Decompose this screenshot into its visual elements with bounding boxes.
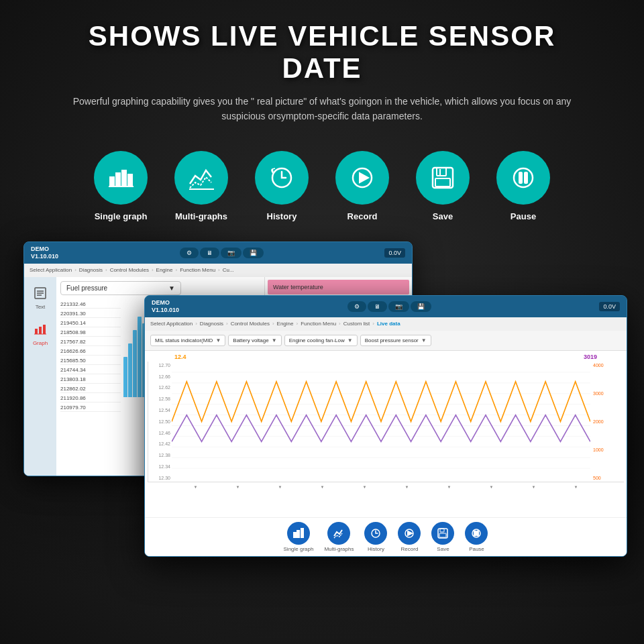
pause-icon-circle[interactable] [496,151,550,205]
front-screen-logo: DEMO V1.10.010 [152,299,179,314]
svg-rect-38 [294,533,296,537]
svg-rect-2 [122,170,126,186]
back-nav-tab-info[interactable]: 🖥 [200,248,219,258]
sidebar-graph-item[interactable]: Graph [31,320,50,346]
bottom-bar-chart-icon [292,527,305,539]
sidebar-text-item[interactable]: Text [31,284,50,310]
svg-point-13 [514,168,533,187]
back-screen-logo: DEMO V1.10.010 [31,246,58,260]
bottom-btn-single-graph: Single graph [284,522,314,552]
panel-highlight: Water temperature [268,280,409,294]
breadcrumb-item-6: Cu... [223,267,234,273]
save-icon [429,164,457,192]
bottom-btn-save-label: Save [437,546,449,552]
sensor-dropdown-4[interactable]: Boost pressure sensor ▼ [360,335,431,346]
features-row: Single graph Multi-graphs [54,138,590,235]
front-screen-topbar: DEMO V1.10.010 ⚙ 🖥 📷 💾 0.0V [145,296,627,317]
chart-y-labels-right: 4000 3000 2000 1000 500 [592,362,624,482]
bottom-save-icon [437,527,449,539]
svg-rect-1 [116,173,120,186]
bottom-btn-record-label: Record [401,546,419,552]
bottom-btn-history-btn[interactable] [364,522,387,545]
bottom-record-icon [403,527,415,539]
text-icon [31,284,50,303]
chart-labels-top: 12.4 3019 [148,354,624,360]
pause-icon [509,164,537,192]
sensor-dropdown-1-label: MIL status indicator(MID [155,337,213,343]
history-icon [268,164,296,192]
data-row: 214744.34 [60,366,121,374]
bottom-line-chart-icon [333,527,345,539]
pause-label: Pause [511,211,536,221]
sensor-dropdown-1[interactable]: MIL status indicator(MID ▼ [150,335,225,346]
text-icon-label: Text [36,304,46,310]
sensor-dropdown-2[interactable]: Battery voltage ▼ [228,335,281,346]
front-breadcrumb-2: Diagnosis [200,321,223,327]
front-screen-nav-tabs: ⚙ 🖥 📷 💾 [347,301,431,312]
back-nav-tab-save[interactable]: 💾 [243,248,264,258]
front-breadcrumb-5: Function Menu [301,321,336,327]
bottom-btn-multi-graphs-btn[interactable] [327,522,350,545]
data-row: 216626.66 [60,347,121,356]
back-nav-tab-screen[interactable]: 📷 [221,248,241,258]
graph-icon-label: Graph [33,340,48,346]
front-nav-tab-settings[interactable]: ⚙ [347,301,366,312]
bottom-btn-record: Record [398,522,421,552]
back-screen-nav-tabs: ⚙ 🖥 📷 💾 [180,248,264,258]
multi-graphs-label: Multi-graphs [175,211,227,221]
bottom-btn-single-graph-btn[interactable] [287,522,310,545]
chart-y-labels-left: 12.70 12.66 12.62 12.58 12.54 12.50 12.4… [148,362,172,482]
front-screen-battery: 0.0V [599,302,620,311]
svg-rect-40 [301,529,303,537]
dropdown-label: Fuel pressure [66,284,107,292]
breadcrumb-item-5: Function Menu [180,267,215,273]
svg-rect-46 [439,533,446,537]
bottom-history-icon [370,527,382,539]
svg-rect-14 [519,172,522,183]
feature-save: Save [416,151,470,221]
dropdown-arrow: ▼ [168,284,175,292]
chart-area: 12.4 3019 12.70 12.66 12.62 12.58 12.54 … [145,351,627,517]
data-row: 213803.18 [60,376,121,384]
front-nav-tab-display[interactable]: 🖥 [368,301,387,312]
chart-value-right: 3019 [584,354,597,360]
back-screen-topbar: DEMO V1.10.010 ⚙ 🖥 📷 💾 0.0V [24,242,412,264]
front-nav-tab-camera[interactable]: 📷 [388,301,409,312]
single-graph-icon-circle[interactable] [94,151,148,205]
front-navbar: ↩ ⌂ ▭ 📷 ◈ ▬ ⬡ 🚗 ⛽ ↑ 📋 [145,556,627,557]
data-row: 217567.82 [60,338,121,346]
history-label: History [267,211,297,221]
multi-graphs-icon-circle[interactable] [174,151,228,205]
svg-marker-43 [408,531,412,535]
back-screen-battery: 0.0V [384,248,405,258]
data-row: 218508.98 [60,329,121,337]
back-dropdown[interactable]: Fuel pressure ▼ [60,281,181,295]
svg-rect-49 [477,531,478,535]
screens-area: DEMO V1.10.010 ⚙ 🖥 📷 💾 0.0V Select Appli… [0,241,644,644]
bottom-btn-record-btn[interactable] [398,522,421,545]
main-title: SHOWS LIVE VEHICLE SENSOR DATE [54,20,590,85]
record-icon-circle[interactable] [335,151,389,205]
graph-icon [31,320,50,339]
bottom-btn-pause-btn[interactable] [465,522,488,545]
bottom-btn-save-btn[interactable] [431,522,454,545]
record-label: Record [347,211,378,221]
breadcrumb-item-1: Select Application [30,267,72,273]
front-nav-tab-save[interactable]: 💾 [411,301,431,312]
svg-rect-21 [39,327,42,334]
bottom-btn-single-graph-label: Single graph [284,546,314,552]
svg-rect-48 [474,531,476,535]
back-nav-tab-settings[interactable]: ⚙ [180,248,199,258]
line-chart-icon [187,164,215,192]
bottom-btn-history: History [364,522,387,552]
front-breadcrumb-7: Live data [377,321,400,327]
history-icon-circle[interactable] [255,151,309,205]
save-icon-circle[interactable] [416,151,470,205]
svg-rect-22 [43,325,46,334]
feature-multi-graphs: Multi-graphs [174,151,228,221]
chart-value-left: 12.4 [174,354,186,360]
sensor-dropdown-3[interactable]: Engine cooling fan-Low ▼ [284,335,358,346]
front-screen-content: MIL status indicator(MID ▼ Battery volta… [145,331,627,556]
chart-svg-area [172,362,590,482]
front-breadcrumb-4: Engine [277,321,294,327]
